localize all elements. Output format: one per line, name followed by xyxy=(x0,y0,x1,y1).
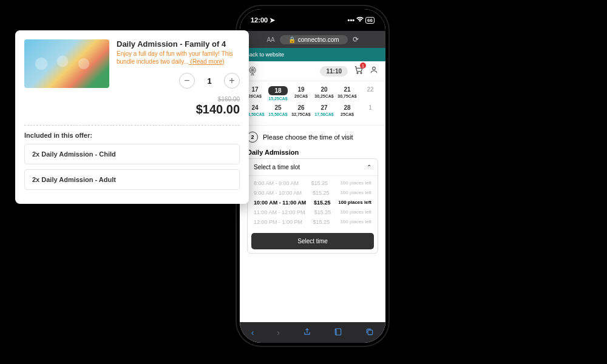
offer-image xyxy=(24,39,109,88)
calendar-day: 22 xyxy=(361,86,380,93)
slot-time: 9:00 AM - 10:00 AM xyxy=(254,190,302,196)
browser-url-bar[interactable]: AA 🔒 connectno.com ⟳ xyxy=(240,31,385,48)
included-label: Included in this offer: xyxy=(24,132,240,139)
nav-back-icon[interactable]: ‹ xyxy=(251,328,254,337)
calendar-price: 30,25CA$ xyxy=(314,94,334,98)
slot-places: 100 places left xyxy=(340,219,371,225)
wifi-icon xyxy=(356,16,364,24)
phone-notch xyxy=(291,14,334,25)
qty-minus-button[interactable]: − xyxy=(179,73,195,89)
user-icon[interactable] xyxy=(370,66,378,76)
calendar-price: 17,50CA$ xyxy=(314,112,334,116)
calendar-cell[interactable]: 1 xyxy=(361,104,380,116)
signal-icon: ••• xyxy=(348,16,355,24)
slot-header-label: Select a time slot xyxy=(254,164,300,170)
cart-badge: 1 xyxy=(360,62,366,69)
phone-frame: 12:00 ➤ ••• 66 AA 🔒 connectno.com ⟳ Back… xyxy=(237,6,388,346)
select-time-button[interactable]: Select time xyxy=(251,233,374,249)
slot-row[interactable]: 12:00 PM - 1:00 PM$15.25100 places left xyxy=(254,217,371,227)
step-label: Please choose the time of visit xyxy=(263,133,353,141)
calendar-price: 26CA$ xyxy=(291,94,311,98)
slot-time: 11:00 AM - 12:00 PM xyxy=(254,209,305,215)
calendar-day: 25 xyxy=(268,104,288,111)
section-title: Daily Admission xyxy=(240,149,385,158)
safari-bottom-bar: ‹ › xyxy=(240,322,385,343)
slot-places: 100 places left xyxy=(340,209,371,215)
slot-time: 12:00 PM - 1:00 PM xyxy=(254,219,302,225)
slot-price: $15.25 xyxy=(311,180,328,186)
calendar-day: 20 xyxy=(314,86,334,93)
refresh-icon[interactable]: ⟳ xyxy=(353,35,359,44)
calendar-cell[interactable]: 2632,75CA$ xyxy=(291,104,311,116)
chevron-up-icon: ⌃ xyxy=(367,164,371,170)
price-old: $160.00 xyxy=(24,96,240,103)
divider xyxy=(24,125,240,126)
time-chip[interactable]: 11:10 xyxy=(320,66,348,76)
offer-desc-line2: bundle includes two daily... xyxy=(117,58,189,65)
calendar-cell[interactable]: 2130,75CA$ xyxy=(337,86,357,101)
qty-plus-button[interactable]: + xyxy=(224,73,240,89)
slot-places: 100 places left xyxy=(340,180,371,186)
url-pill[interactable]: 🔒 connectno.com xyxy=(280,35,348,44)
calendar-price: 30,75CA$ xyxy=(337,94,357,98)
offer-card: Daily Admission - Family of 4 Enjoy a fu… xyxy=(15,30,249,204)
offer-title: Daily Admission - Family of 4 xyxy=(117,39,240,49)
tabs-icon[interactable] xyxy=(365,328,374,338)
calendar-cell[interactable]: 2515,50CA$ xyxy=(268,104,288,116)
back-banner[interactable]: Back to website xyxy=(240,48,385,61)
calendar-day: 18 xyxy=(268,86,288,95)
back-label: Back to website xyxy=(246,52,284,58)
price-block: $160.00 $140.00 xyxy=(24,96,240,116)
calendar-row-1: 1726CA$1815,25CA$1926CA$2030,25CA$2130,7… xyxy=(243,86,382,101)
calendar-row-2: 2413,50CA$2515,50CA$2632,75CA$2717,50CA$… xyxy=(243,104,382,116)
slot-price: $15.25 xyxy=(314,209,331,215)
slot-time: 10:00 AM - 11:00 AM xyxy=(254,200,306,206)
nav-forward-icon[interactable]: › xyxy=(277,328,280,337)
qty-value: 1 xyxy=(206,76,213,86)
time-slot-box: Select a time slot ⌃ 8:00 AM - 9:00 AM$1… xyxy=(247,158,378,254)
app-toolbar: 11:10 1 xyxy=(240,61,385,81)
offer-description: Enjoy a full day of fun with your family… xyxy=(117,50,240,66)
step-header: 2 Please choose the time of visit xyxy=(240,126,385,149)
svg-point-3 xyxy=(373,67,376,70)
slot-row[interactable]: 11:00 AM - 12:00 PM$15.25100 places left xyxy=(254,207,371,217)
cart-button[interactable]: 1 xyxy=(354,65,364,77)
offer-desc-line1: Enjoy a full day of fun with your family… xyxy=(117,50,233,57)
lock-icon: 🔒 xyxy=(288,36,296,43)
calendar-cell[interactable]: 2825CA$ xyxy=(337,104,357,116)
calendar-day: 27 xyxy=(314,104,334,111)
slot-places: 100 places left xyxy=(340,190,371,196)
slot-row[interactable]: 10:00 AM - 11:00 AM$15.25100 places left xyxy=(254,198,371,207)
calendar: 1726CA$1815,25CA$1926CA$2030,25CA$2130,7… xyxy=(240,81,385,126)
calendar-cell[interactable]: 1926CA$ xyxy=(291,86,311,101)
calendar-price: 32,75CA$ xyxy=(291,112,311,116)
text-size-icon[interactable]: AA xyxy=(266,36,274,43)
calendar-price: 25CA$ xyxy=(337,112,357,116)
slot-price: $15.25 xyxy=(313,219,330,225)
slot-price: $15.25 xyxy=(313,190,330,196)
quantity-row: − 1 + xyxy=(117,73,240,89)
svg-rect-4 xyxy=(368,330,373,335)
slot-row[interactable]: 8:00 AM - 9:00 AM$15.25100 places left xyxy=(254,178,371,188)
url-domain: connectno.com xyxy=(298,36,339,43)
calendar-cell[interactable]: 22 xyxy=(361,86,380,101)
calendar-day: 26 xyxy=(291,104,311,111)
slot-places: 100 places left xyxy=(338,200,371,206)
share-icon[interactable] xyxy=(303,328,311,338)
read-more-link[interactable]: (Read more) xyxy=(189,58,225,65)
slot-dropdown-header[interactable]: Select a time slot ⌃ xyxy=(248,159,378,176)
calendar-cell[interactable]: 2030,25CA$ xyxy=(314,86,334,101)
status-time: 12:00 xyxy=(251,16,268,24)
calendar-price: 15,50CA$ xyxy=(268,112,288,116)
calendar-cell[interactable]: 1815,25CA$ xyxy=(268,86,288,101)
calendar-day: 21 xyxy=(337,86,357,93)
included-item: 2x Daily Admission - Child xyxy=(24,144,240,164)
bookmarks-icon[interactable] xyxy=(334,328,342,338)
calendar-day: 19 xyxy=(291,86,311,93)
slot-time: 8:00 AM - 9:00 AM xyxy=(254,180,299,186)
calendar-cell[interactable]: 2717,50CA$ xyxy=(314,104,334,116)
slot-row[interactable]: 9:00 AM - 10:00 AM$15.25100 places left xyxy=(254,188,371,198)
battery-icon: 66 xyxy=(365,17,375,24)
slot-price: $15.25 xyxy=(314,200,331,206)
price-new: $140.00 xyxy=(24,103,240,116)
